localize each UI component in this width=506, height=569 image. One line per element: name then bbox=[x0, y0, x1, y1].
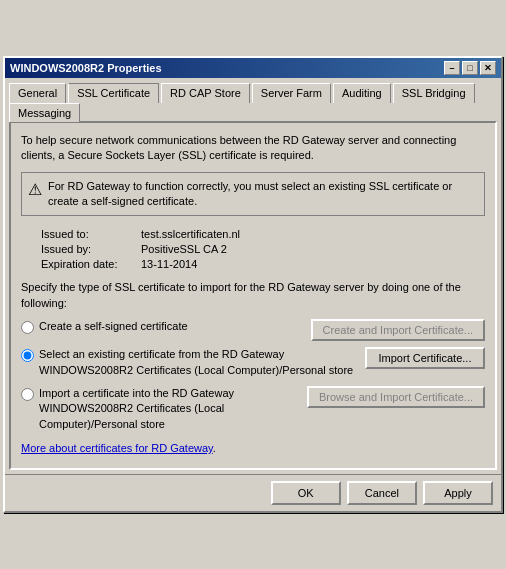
radio-3-label: Import a certificate into the RD Gateway… bbox=[39, 386, 299, 432]
radio-1-label: Create a self-signed certificate bbox=[39, 319, 188, 334]
radio-section-2: Select an existing certificate from the … bbox=[21, 347, 485, 380]
window-title: WINDOWS2008R2 Properties bbox=[10, 62, 162, 74]
radio-import-certificate[interactable] bbox=[21, 388, 34, 401]
radio-section-3: Import a certificate into the RD Gateway… bbox=[21, 386, 485, 434]
tab-general[interactable]: General bbox=[9, 83, 66, 103]
issued-by-row: Issued by: PositiveSSL CA 2 bbox=[41, 243, 485, 255]
radio-2-label: Select an existing certificate from the … bbox=[39, 347, 357, 378]
cert-info-section: Issued to: test.sslcertificaten.nl Issue… bbox=[21, 228, 485, 270]
radio-select-existing[interactable] bbox=[21, 349, 34, 362]
radio-2-button-area: Import Certificate... bbox=[365, 347, 485, 369]
radio-3-left: Import a certificate into the RD Gateway… bbox=[21, 386, 299, 434]
tab-rd-cap-store[interactable]: RD CAP Store bbox=[161, 83, 250, 103]
radio-2-row: Select an existing certificate from the … bbox=[21, 347, 357, 378]
issued-by-label: Issued by: bbox=[41, 243, 141, 255]
expiration-row: Expiration date: 13-11-2014 bbox=[41, 258, 485, 270]
more-about-link[interactable]: More about certificates for RD Gateway bbox=[21, 442, 213, 454]
minimize-button[interactable]: – bbox=[444, 61, 460, 75]
expiration-value: 13-11-2014 bbox=[141, 258, 197, 270]
radio-create-self-signed[interactable] bbox=[21, 321, 34, 334]
radio-1-row: Create a self-signed certificate bbox=[21, 319, 303, 334]
radio-3-button-area: Browse and Import Certificate... bbox=[307, 386, 485, 408]
title-bar-controls: – □ ✕ bbox=[444, 61, 496, 75]
apply-button[interactable]: Apply bbox=[423, 481, 493, 505]
expiration-label: Expiration date: bbox=[41, 258, 141, 270]
create-import-certificate-button[interactable]: Create and Import Certificate... bbox=[311, 319, 485, 341]
tab-server-farm[interactable]: Server Farm bbox=[252, 83, 331, 103]
radio-1-left: Create a self-signed certificate bbox=[21, 319, 303, 336]
issued-to-value: test.sslcertificaten.nl bbox=[141, 228, 240, 240]
issued-by-value: PositiveSSL CA 2 bbox=[141, 243, 227, 255]
bottom-bar: OK Cancel Apply bbox=[5, 474, 501, 511]
issued-to-label: Issued to: bbox=[41, 228, 141, 240]
tab-content: To help secure network communications be… bbox=[9, 121, 497, 470]
radio-1-button-area: Create and Import Certificate... bbox=[311, 319, 485, 341]
link-period: . bbox=[213, 442, 216, 454]
issued-to-row: Issued to: test.sslcertificaten.nl bbox=[41, 228, 485, 240]
section-description: Specify the type of SSL certificate to i… bbox=[21, 280, 485, 311]
radio-2-left: Select an existing certificate from the … bbox=[21, 347, 357, 380]
import-certificate-button[interactable]: Import Certificate... bbox=[365, 347, 485, 369]
warning-icon: ⚠ bbox=[28, 180, 42, 199]
tab-ssl-bridging[interactable]: SSL Bridging bbox=[393, 83, 475, 103]
ok-button[interactable]: OK bbox=[271, 481, 341, 505]
browse-import-certificate-button[interactable]: Browse and Import Certificate... bbox=[307, 386, 485, 408]
warning-text: For RD Gateway to function correctly, yo… bbox=[48, 179, 478, 210]
tab-messaging[interactable]: Messaging bbox=[9, 103, 80, 122]
tab-auditing[interactable]: Auditing bbox=[333, 83, 391, 103]
title-bar: WINDOWS2008R2 Properties – □ ✕ bbox=[5, 58, 501, 78]
radio-section-1: Create a self-signed certificate Create … bbox=[21, 319, 485, 341]
main-description: To help secure network communications be… bbox=[21, 133, 485, 164]
radio-3-row: Import a certificate into the RD Gateway… bbox=[21, 386, 299, 432]
close-button[interactable]: ✕ bbox=[480, 61, 496, 75]
tab-ssl-certificate[interactable]: SSL Certificate bbox=[68, 83, 159, 103]
maximize-button[interactable]: □ bbox=[462, 61, 478, 75]
properties-window: WINDOWS2008R2 Properties – □ ✕ General S… bbox=[3, 56, 503, 513]
tab-bar: General SSL Certificate RD CAP Store Ser… bbox=[5, 78, 501, 121]
cancel-button[interactable]: Cancel bbox=[347, 481, 417, 505]
link-area: More about certificates for RD Gateway. bbox=[21, 442, 485, 454]
warning-box: ⚠ For RD Gateway to function correctly, … bbox=[21, 172, 485, 217]
